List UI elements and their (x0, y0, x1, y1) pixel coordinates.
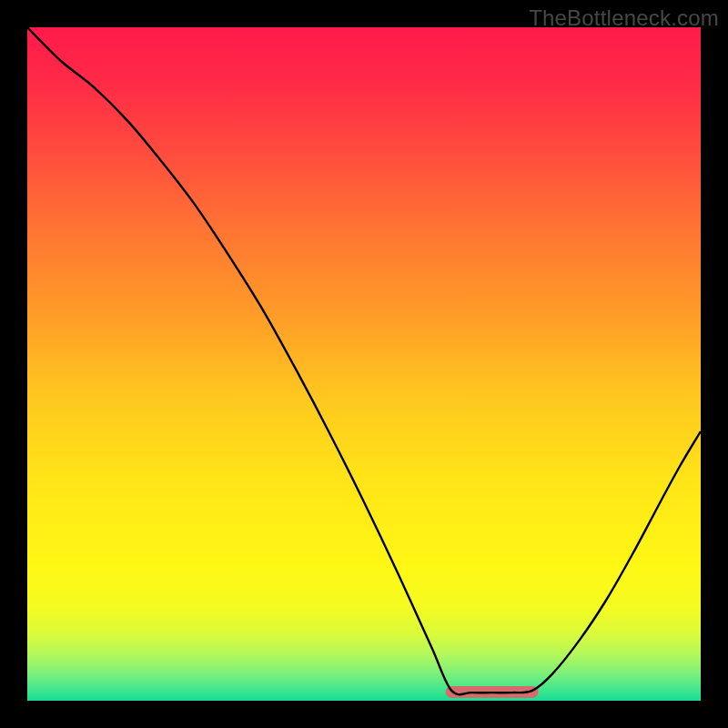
bottleneck-curve (27, 27, 701, 694)
chart-frame: TheBottleneck.com (0, 0, 728, 728)
curve-layer (27, 27, 701, 701)
plot-area (27, 27, 701, 701)
